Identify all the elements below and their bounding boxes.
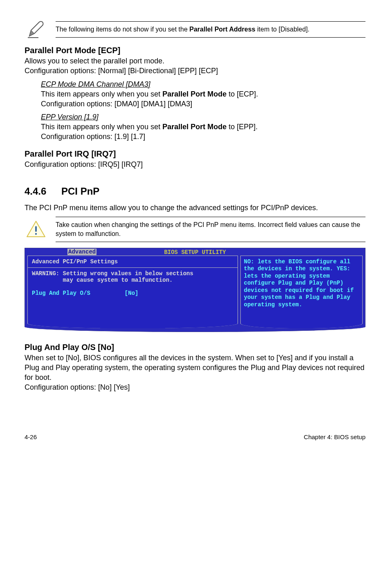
text: to [ECP]. xyxy=(226,90,258,98)
bios-warning-line: WARNING: Setting wrong values in below s… xyxy=(32,270,233,277)
body-text: Allows you to select the parallel port m… xyxy=(25,56,365,76)
sub-body: This item appears only when you set Para… xyxy=(41,122,365,142)
note-text-bold: Parallel Port Address xyxy=(189,26,255,33)
bios-title: BIOS SETUP UTILITY xyxy=(164,249,226,256)
heading-plug-and-play: Plug And Play O/S [No] xyxy=(25,343,365,352)
body-text: The PCI PnP menu items allow you to chan… xyxy=(25,203,365,213)
text: This item appears only when you set xyxy=(41,123,162,131)
pencil-icon xyxy=(25,20,47,38)
text: This item appears only when you set xyxy=(41,90,162,98)
heading-pci-pnp: 4.4.6PCI PnP xyxy=(25,186,365,197)
bios-tab-advanced: Advanced xyxy=(67,249,96,255)
heading-parallel-port-irq: Parallel Port IRQ [IRQ7] xyxy=(25,149,365,159)
sub-heading: ECP Mode DMA Channel [DMA3] xyxy=(41,80,365,89)
bios-setting-row: Plug And Play O/S [No] xyxy=(32,290,233,296)
heading-parallel-port-mode: Parallel Port Mode [ECP] xyxy=(25,46,365,55)
text: Configuration options: [DMA0] [DMA1] [DM… xyxy=(41,100,192,108)
note-block: The following items do not show if you s… xyxy=(25,20,365,38)
text: Parallel Port Mode xyxy=(162,123,226,131)
footer-chapter: Chapter 4: BIOS setup xyxy=(304,433,365,440)
caution-block: Take caution when changing the settings … xyxy=(25,217,365,242)
text: Configuration options: [No] [Yes] xyxy=(25,383,130,391)
bios-left-panel: Advanced PCI/PnP Settings WARNING: Setti… xyxy=(27,256,238,328)
bios-right-panel: NO: lets the BIOS configure all the devi… xyxy=(240,256,363,328)
bios-left-heading: Advanced PCI/PnP Settings xyxy=(32,258,233,265)
caution-text: Take caution when changing the settings … xyxy=(56,217,365,242)
body-text: Configuration options: [IRQ5] [IRQ7] xyxy=(25,159,365,169)
sub-body: This item appears only when you set Para… xyxy=(41,89,365,109)
heading-title: PCI PnP xyxy=(61,186,99,197)
note-text: The following items do not show if you s… xyxy=(56,21,365,38)
bios-warning-line: may cause system to malfunction. xyxy=(32,277,233,283)
sub-heading: EPP Version [1.9] xyxy=(41,113,365,121)
sub-block-ecp: ECP Mode DMA Channel [DMA3] This item ap… xyxy=(41,80,365,142)
bios-setting-label: Plug And Play O/S xyxy=(32,290,90,296)
bios-screenshot: BIOS SETUP UTILITY Advanced Advanced PCI… xyxy=(25,248,365,332)
caution-icon xyxy=(25,220,47,238)
note-text-a: The following items do not show if you s… xyxy=(56,26,189,33)
text: Configuration options: [Normal] [Bi-Dire… xyxy=(25,67,218,75)
text: Parallel Port Mode xyxy=(162,90,226,98)
text: When set to [No], BIOS configures all th… xyxy=(25,354,364,382)
body-text: When set to [No], BIOS configures all th… xyxy=(25,353,365,393)
heading-number: 4.4.6 xyxy=(25,186,61,197)
text: to [EPP]. xyxy=(226,123,258,131)
text: Allows you to select the parallel port m… xyxy=(25,57,164,65)
note-text-b: item to [Disabled]. xyxy=(256,26,310,33)
bios-title-row: BIOS SETUP UTILITY Advanced xyxy=(25,248,365,256)
footer-page-number: 4-26 xyxy=(25,433,37,440)
page-footer: 4-26 Chapter 4: BIOS setup xyxy=(25,433,365,440)
bios-setting-value: [No] xyxy=(125,290,139,296)
svg-rect-1 xyxy=(35,226,37,232)
svg-point-2 xyxy=(35,233,37,235)
text: Configuration options: [1.9] [1.7] xyxy=(41,132,145,141)
